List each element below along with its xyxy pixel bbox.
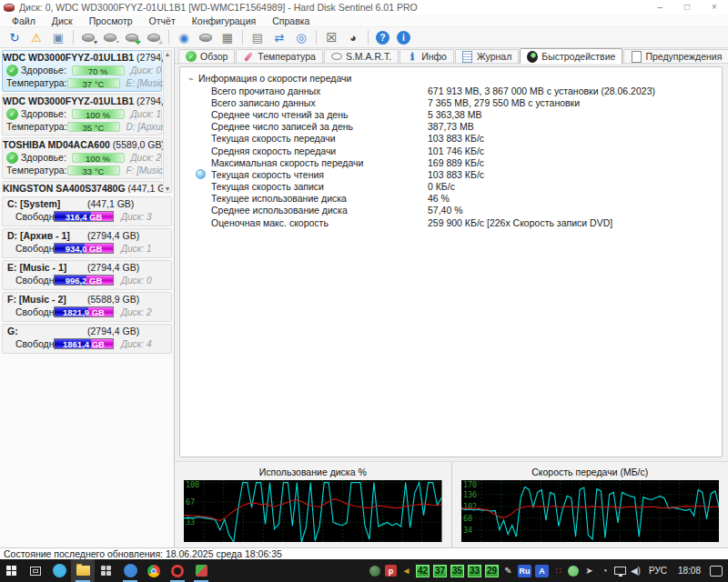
partition-entry-0[interactable]: C: [System](447,1 GB) Свободно 316,4 GB …	[2, 196, 172, 226]
screen-clip-icon[interactable]: ✎	[500, 559, 516, 582]
photos-taskbar-button[interactable]	[189, 559, 213, 582]
menu-report[interactable]: Отчёт	[141, 15, 184, 27]
globe-app-icon[interactable]	[566, 559, 581, 582]
disk-entry-0[interactable]: WDC WD3000FYYZ-01UL1B1 (2794,5 GB) ✓ Здо…	[2, 50, 162, 92]
health-ok-icon: ✓	[6, 108, 18, 120]
disk-temp-3-icon[interactable]: 33	[466, 559, 483, 582]
chrome-taskbar-button[interactable]	[142, 559, 166, 582]
disk-temp-0-icon[interactable]: 42	[414, 559, 431, 582]
health-label: Здоровье:	[21, 108, 72, 119]
help-icon[interactable]: ?	[376, 31, 389, 45]
disk-short-test-icon[interactable]: ◔	[100, 29, 120, 46]
connector-icon: ⌁	[188, 74, 194, 84]
scroll-down-icon[interactable]: ▼	[165, 186, 171, 192]
title-bar: Диск: 0, WDC WD3000FYYZ-01UL1B1 [WD-WMC1…	[0, 0, 728, 15]
disk-number: Диск: 2	[121, 307, 151, 317]
partition-entry-1[interactable]: D: [Архив - 1](2794,4 GB) Свободно 934,0…	[2, 228, 172, 258]
about-icon[interactable]: i	[397, 31, 410, 45]
sync-info-icon[interactable]: ⇄	[269, 29, 289, 46]
svg-text:100: 100	[186, 480, 199, 489]
ru-input-icon[interactable]: Ru	[516, 559, 533, 582]
volume-icon[interactable]: ◀)	[628, 559, 643, 582]
online-check-icon[interactable]: ◉	[174, 29, 194, 46]
disk-usage-chart-title: Использование диска %	[184, 465, 442, 480]
toolbar-icons: ↻⚠▣▾◔✚⌕◉▦▤⇄◎☒◕?i	[4, 29, 414, 46]
close-button[interactable]: ×	[701, 0, 728, 15]
tab-performance[interactable]: Быстродействие	[520, 48, 622, 64]
scroll-up-icon[interactable]: ▲	[165, 51, 171, 57]
partition-name: E: [Music - 1]	[7, 262, 87, 274]
opera-taskbar-button[interactable]	[166, 559, 189, 582]
disk-entry-2[interactable]: TOSHIBA MD04ACA600 (5589,0 GB) ✓ Здоровь…	[2, 137, 162, 179]
perf-row: Средняя скорость передачи101 746 КБ/с	[180, 145, 722, 156]
torrent-app-icon[interactable]: p	[383, 559, 399, 582]
disk-control-icon[interactable]	[196, 29, 216, 46]
taskbar-clock[interactable]: 18:08	[672, 566, 706, 576]
language-indicator[interactable]: РУС	[643, 566, 672, 576]
disk-temp-2-icon[interactable]: 35	[449, 559, 466, 582]
disk-temp-4-icon[interactable]: 29	[483, 559, 500, 582]
pointer-app-icon[interactable]: ➤	[581, 559, 597, 582]
disk-health-row: ✓ Здоровье: 70 % Диск: 0	[3, 64, 161, 76]
maximize-button[interactable]: □	[673, 0, 701, 15]
disk-title: WDC WD3000FYYZ-01UL1B1 (2794,5 GB)	[3, 52, 161, 64]
report-icon[interactable]: ▤	[248, 29, 268, 46]
network-status-icon[interactable]: ◎	[291, 29, 311, 46]
temperature-label: Температура:	[6, 77, 67, 88]
tab-journal[interactable]: Журнал	[455, 49, 519, 63]
store-taskbar-button[interactable]	[95, 559, 118, 582]
tray-app-green-icon[interactable]	[368, 559, 383, 582]
minimize-button[interactable]: –	[646, 0, 673, 15]
disk-usage-chart-panel: Использование диска % 3367100	[175, 462, 452, 547]
volume-mixer-icon[interactable]: ◄	[399, 559, 414, 582]
disk-temp-1-icon[interactable]: 37	[431, 559, 449, 582]
performance-panel: ⌁ Информация о скорости передачи Всего п…	[179, 66, 723, 457]
remote-monitor-off-icon[interactable]: ☒	[321, 29, 341, 46]
disk-entry-3[interactable]: KINGSTON SA400S37480G (447,1 GB) ✓ Здоро…	[2, 181, 162, 193]
disk-list-scrollbar[interactable]: ▲ ▼	[163, 50, 172, 193]
edge-taskbar-button[interactable]	[47, 559, 71, 582]
notification-center-icon[interactable]	[710, 566, 723, 577]
outlook-taskbar-button[interactable]	[118, 559, 142, 582]
display-settings-icon[interactable]: ▣	[48, 29, 68, 46]
tab-info[interactable]: Инфо	[399, 49, 454, 63]
disk-extended-test-icon[interactable]: ✚	[122, 29, 142, 46]
disk-surface-test-icon[interactable]: ▾	[78, 29, 98, 46]
partition-entry-3[interactable]: F: [Music - 2](5588,9 GB) Свободно 1821,…	[2, 292, 172, 322]
menu-view[interactable]: Просмотр	[81, 15, 141, 27]
menu-file[interactable]: Файл	[4, 15, 44, 27]
problems-warning-icon[interactable]: ⚠	[26, 29, 46, 46]
free-space-bar: 1861,4 GB	[54, 338, 114, 349]
partition-entry-2[interactable]: E: [Music - 1](2794,4 GB) Свободно 996,2…	[2, 260, 172, 290]
partition-entry-4[interactable]: G:(2794,4 GB) Свободно 1861,4 GB Диск: 4	[2, 324, 172, 354]
start-button[interactable]	[0, 559, 24, 582]
task-view-taskbar-button[interactable]	[24, 559, 47, 582]
print-icon[interactable]: ▦	[217, 29, 238, 46]
menu-help[interactable]: Справка	[264, 15, 318, 27]
alerts-icon	[631, 51, 642, 62]
tab-temperature[interactable]: Температура	[236, 49, 323, 63]
tab-smart[interactable]: S.M.A.R.T.	[324, 49, 399, 63]
disk-number: Диск: 0	[131, 65, 161, 75]
disk-number: Диск: 1	[131, 109, 161, 119]
health-bar: 100 %	[72, 109, 125, 119]
free-space-bar: 996,2 GB	[54, 275, 114, 286]
keyboard-layout-icon[interactable]: A	[533, 559, 551, 582]
file-explorer-taskbar-button[interactable]	[71, 559, 95, 582]
menu-configuration[interactable]: Конфигурация	[184, 15, 264, 27]
perf-row: Среднее число записей за день387,73 MB	[180, 121, 722, 133]
menu-disk[interactable]: Диск	[44, 15, 81, 27]
refresh-icon[interactable]: ↻	[5, 29, 25, 46]
svg-text:68: 68	[462, 514, 471, 523]
current-read-marker-icon	[196, 169, 206, 179]
disk-seek-test-icon[interactable]: ⌕	[144, 29, 164, 46]
update-app-icon[interactable]: ◔	[597, 559, 612, 582]
tab-overview[interactable]: Обзор	[178, 49, 235, 63]
network-icon[interactable]	[612, 559, 628, 582]
partition-title: G:(2794,4 GB)	[3, 326, 171, 337]
disk-entry-1[interactable]: WDC WD3000FYYZ-01UL1B1 (2794,5 GB) ✓ Здо…	[2, 94, 162, 135]
disk-number: Диск: 1	[121, 244, 151, 254]
tab-alerts[interactable]: Предупреждения	[623, 49, 728, 63]
security-app-icon[interactable]: ∷	[551, 559, 566, 582]
sound-settings-icon[interactable]: ◕	[343, 29, 363, 46]
